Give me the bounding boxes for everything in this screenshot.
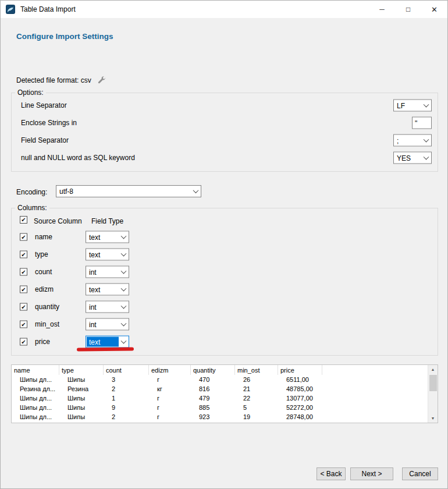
line-separator-select[interactable]: LF bbox=[393, 100, 432, 112]
preview-scrollbar[interactable]: ▲ ▼ bbox=[428, 365, 438, 423]
preview-cell: 5 bbox=[235, 403, 278, 412]
preview-cell: 28748,00 bbox=[278, 412, 322, 421]
chevron-down-icon bbox=[119, 336, 129, 348]
options-legend: Options: bbox=[15, 88, 46, 97]
scroll-down-button[interactable]: ▼ bbox=[428, 414, 438, 423]
chevron-down-icon bbox=[119, 232, 129, 243]
select-value: utf-8 bbox=[56, 187, 191, 196]
preview-cell: 22 bbox=[235, 394, 278, 403]
column-name-label: edizm bbox=[35, 285, 54, 293]
column-name-label: count bbox=[35, 268, 52, 276]
check-icon: ✔ bbox=[21, 286, 26, 292]
preview-cell: г bbox=[149, 403, 191, 412]
column-checkbox-price[interactable]: ✔ bbox=[20, 338, 27, 346]
column-name-label: min_ost bbox=[35, 320, 59, 328]
preview-row: Шипы дл...Шипы9г885552272,00 bbox=[12, 403, 428, 412]
input-value: " bbox=[415, 119, 417, 127]
option-label: Line Separator bbox=[21, 101, 67, 109]
mysql-workbench-icon bbox=[6, 5, 15, 14]
chevron-down-icon bbox=[119, 267, 129, 278]
options-group: Options: Line SeparatorLFEnclose Strings… bbox=[11, 88, 438, 172]
select-value: text bbox=[87, 337, 119, 347]
minimize-button[interactable]: ─ bbox=[369, 1, 395, 18]
check-icon: ✔ bbox=[21, 321, 26, 327]
preview-cell: Шипы дл... bbox=[12, 375, 59, 384]
option-label: Field Separator bbox=[21, 136, 69, 144]
field-type-quantity-select[interactable]: int bbox=[86, 301, 129, 313]
column-checkbox-count[interactable]: ✔ bbox=[20, 268, 27, 276]
maximize-button[interactable]: □ bbox=[395, 1, 421, 18]
field-type-name-select[interactable]: text bbox=[86, 231, 129, 243]
preview-table: nametypecountedizmquantitymin_ostprice Ш… bbox=[11, 364, 438, 423]
field-type-edizm-select[interactable]: text bbox=[86, 284, 129, 296]
preview-row: Резина дл...Резина2кг8162148785,00 bbox=[12, 384, 428, 394]
next-button[interactable]: Next > bbox=[350, 467, 393, 480]
option-row: Line SeparatorLF bbox=[12, 97, 438, 114]
scroll-up-button[interactable]: ▲ bbox=[428, 365, 438, 374]
scroll-thumb[interactable] bbox=[429, 375, 437, 391]
preview-cell: 9 bbox=[104, 403, 149, 412]
column-checkbox-name[interactable]: ✔ bbox=[20, 233, 27, 241]
preview-header-cell: min_ost bbox=[235, 365, 278, 375]
check-icon: ✔ bbox=[21, 217, 26, 223]
preview-cell: 1 bbox=[104, 394, 149, 403]
column-name-label: name bbox=[35, 233, 52, 241]
preview-cell: 6511,00 bbox=[278, 375, 322, 384]
source-column-header-checkbox[interactable]: ✔ bbox=[20, 216, 27, 224]
window-title: Table Data Import bbox=[20, 5, 76, 13]
column-checkbox-type[interactable]: ✔ bbox=[20, 251, 27, 258]
preview-cell: 2 bbox=[104, 384, 149, 394]
wrench-icon bbox=[97, 76, 106, 84]
check-icon: ✔ bbox=[21, 339, 26, 345]
detected-format-label: Detected file format: csv bbox=[16, 76, 91, 84]
enclose-strings-input[interactable]: " bbox=[412, 117, 432, 129]
column-row: ✔countint bbox=[12, 263, 438, 281]
select-value: text bbox=[86, 285, 119, 293]
preview-cell: 21 bbox=[235, 384, 278, 394]
preview-body: Шипы дл...Шипы3г470266511,00Резина дл...… bbox=[12, 375, 428, 421]
option-row: null and NULL word as SQL keywordYES bbox=[12, 149, 438, 166]
source-column-header-label: Source Column bbox=[34, 217, 82, 225]
column-name-label: quantity bbox=[35, 303, 59, 311]
column-row: ✔min_ostint bbox=[12, 316, 438, 333]
chevron-down-icon bbox=[421, 135, 431, 146]
preview-row: Шипы дл...Шипы1г4792213077,00 bbox=[12, 394, 428, 403]
red-underline-annotation bbox=[77, 347, 134, 351]
columns-group: Columns: ✔ Source Column Field Type ✔nam… bbox=[11, 204, 438, 356]
preview-cell: 52272,00 bbox=[278, 403, 322, 412]
field-type-count-select[interactable]: int bbox=[86, 266, 129, 278]
titlebar[interactable]: Table Data Import ─ □ ✕ bbox=[1, 1, 447, 18]
chevron-down-icon bbox=[119, 302, 129, 313]
chevron-down-icon bbox=[421, 100, 431, 111]
chevron-down-icon bbox=[191, 186, 201, 197]
null-keyword-select[interactable]: YES bbox=[393, 152, 432, 164]
cancel-button[interactable]: Cancel bbox=[402, 467, 438, 480]
encoding-select[interactable]: utf-8 bbox=[56, 185, 201, 197]
close-button[interactable]: ✕ bbox=[421, 1, 447, 18]
preview-cell: 26 bbox=[235, 375, 278, 384]
back-button[interactable]: < Back bbox=[317, 467, 346, 480]
preview-cell: Шипы bbox=[59, 403, 104, 412]
preview-header-cell: type bbox=[59, 365, 104, 375]
detected-format-row: Detected file format: csv bbox=[16, 76, 106, 84]
preview-cell: Шипы дл... bbox=[12, 394, 59, 403]
preview-header-cell: edizm bbox=[149, 365, 191, 375]
field-type-type-select[interactable]: text bbox=[86, 249, 129, 261]
column-checkbox-quantity[interactable]: ✔ bbox=[20, 303, 27, 311]
column-checkbox-edizm[interactable]: ✔ bbox=[20, 286, 27, 293]
preview-cell: Резина дл... bbox=[12, 384, 59, 394]
preview-cell: Шипы дл... bbox=[12, 403, 59, 412]
field-separator-select[interactable]: ; bbox=[393, 134, 432, 147]
column-checkbox-min_ost[interactable]: ✔ bbox=[20, 321, 27, 328]
field-type-min_ost-select[interactable]: int bbox=[86, 318, 129, 331]
preview-cell: 885 bbox=[191, 403, 235, 412]
preview-cell: Шипы bbox=[59, 412, 104, 421]
select-value: ; bbox=[394, 136, 421, 144]
option-label: Enclose Strings in bbox=[21, 119, 77, 127]
chevron-down-icon bbox=[421, 153, 431, 164]
preview-cell: 479 bbox=[191, 394, 235, 403]
preview-cell: 48785,00 bbox=[278, 384, 322, 394]
table-data-import-window: Table Data Import ─ □ ✕ Configure Import… bbox=[0, 0, 448, 489]
field-type-price-select[interactable]: text bbox=[86, 336, 129, 348]
select-value: LF bbox=[394, 101, 421, 109]
